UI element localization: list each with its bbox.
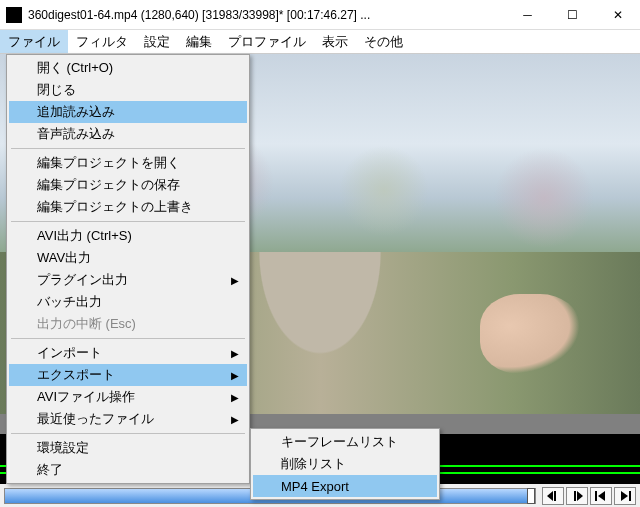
chevron-right-icon: ▶ bbox=[231, 370, 239, 381]
close-button[interactable]: ✕ bbox=[595, 0, 640, 30]
menu-item-open-project[interactable]: 編集プロジェクトを開く bbox=[9, 152, 247, 174]
menu-item-audio[interactable]: 音声読み込み bbox=[9, 123, 247, 145]
label: プラグイン出力 bbox=[37, 271, 128, 289]
submenu-item-keyframe[interactable]: キーフレームリスト bbox=[253, 431, 437, 453]
menu-item-prefs[interactable]: 環境設定 bbox=[9, 437, 247, 459]
app-icon bbox=[6, 7, 22, 23]
menu-filter[interactable]: フィルタ bbox=[68, 30, 136, 53]
submenu-item-mp4-export[interactable]: MP4 Export bbox=[253, 475, 437, 497]
file-menu-dropdown: 開く (Ctrl+O) 閉じる 追加読み込み 音声読み込み 編集プロジェクトを開… bbox=[6, 54, 250, 484]
label: インポート bbox=[37, 344, 102, 362]
chevron-right-icon: ▶ bbox=[231, 392, 239, 403]
menu-item-save-project[interactable]: 編集プロジェクトの保存 bbox=[9, 174, 247, 196]
menu-item-wav-out[interactable]: WAV出力 bbox=[9, 247, 247, 269]
separator bbox=[11, 433, 245, 434]
titlebar: 360digest01-64.mp4 (1280,640) [31983/339… bbox=[0, 0, 640, 30]
separator bbox=[11, 338, 245, 339]
svg-rect-2 bbox=[595, 491, 597, 501]
maximize-button[interactable]: ☐ bbox=[550, 0, 595, 30]
menu-item-batch-out[interactable]: バッチ出力 bbox=[9, 291, 247, 313]
menu-edit[interactable]: 編集 bbox=[178, 30, 220, 53]
label: 最近使ったファイル bbox=[37, 410, 154, 428]
separator bbox=[11, 148, 245, 149]
window-title: 360digest01-64.mp4 (1280,640) [31983/339… bbox=[28, 8, 505, 22]
svg-rect-1 bbox=[574, 491, 576, 501]
separator bbox=[11, 221, 245, 222]
last-frame-button[interactable] bbox=[614, 487, 636, 505]
menu-settings[interactable]: 設定 bbox=[136, 30, 178, 53]
menu-item-export[interactable]: エクスポート▶ bbox=[9, 364, 247, 386]
menu-item-quit[interactable]: 終了 bbox=[9, 459, 247, 481]
menu-item-avi-ops[interactable]: AVIファイル操作▶ bbox=[9, 386, 247, 408]
menu-item-open[interactable]: 開く (Ctrl+O) bbox=[9, 57, 247, 79]
chevron-right-icon: ▶ bbox=[231, 348, 239, 359]
menu-item-plugin-out[interactable]: プラグイン出力▶ bbox=[9, 269, 247, 291]
prev-frame-button[interactable] bbox=[542, 487, 564, 505]
menu-item-recent[interactable]: 最近使ったファイル▶ bbox=[9, 408, 247, 430]
menu-item-overwrite-project[interactable]: 編集プロジェクトの上書き bbox=[9, 196, 247, 218]
first-frame-button[interactable] bbox=[590, 487, 612, 505]
label: AVIファイル操作 bbox=[37, 388, 135, 406]
next-frame-button[interactable] bbox=[566, 487, 588, 505]
svg-rect-0 bbox=[554, 491, 556, 501]
menu-item-append[interactable]: 追加読み込み bbox=[9, 101, 247, 123]
menu-profile[interactable]: プロファイル bbox=[220, 30, 314, 53]
menu-file[interactable]: ファイル bbox=[0, 30, 68, 53]
menu-item-cancel-out: 出力の中断 (Esc) bbox=[9, 313, 247, 335]
menu-item-import[interactable]: インポート▶ bbox=[9, 342, 247, 364]
svg-rect-3 bbox=[629, 491, 631, 501]
label: エクスポート bbox=[37, 366, 115, 384]
workspace: 開く (Ctrl+O) 閉じる 追加読み込み 音声読み込み 編集プロジェクトを開… bbox=[0, 54, 640, 507]
export-submenu: キーフレームリスト 削除リスト MP4 Export bbox=[250, 428, 440, 500]
menu-view[interactable]: 表示 bbox=[314, 30, 356, 53]
menubar: ファイル フィルタ 設定 編集 プロファイル 表示 その他 bbox=[0, 30, 640, 54]
menu-item-avi-out[interactable]: AVI出力 (Ctrl+S) bbox=[9, 225, 247, 247]
menu-item-close[interactable]: 閉じる bbox=[9, 79, 247, 101]
submenu-item-dellist[interactable]: 削除リスト bbox=[253, 453, 437, 475]
menu-other[interactable]: その他 bbox=[356, 30, 411, 53]
minimize-button[interactable]: ─ bbox=[505, 0, 550, 30]
chevron-right-icon: ▶ bbox=[231, 275, 239, 286]
chevron-right-icon: ▶ bbox=[231, 414, 239, 425]
